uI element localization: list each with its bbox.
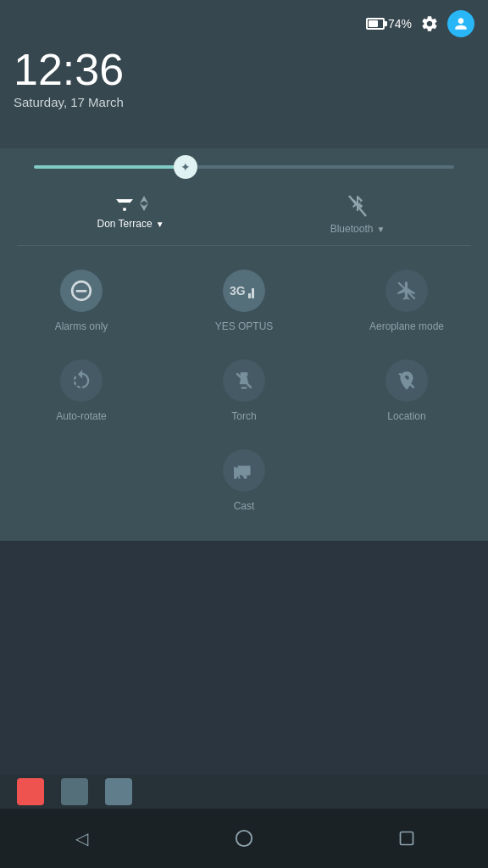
bluetooth-toggle[interactable]: Bluetooth ▼ [244,187,471,246]
time-display: 12:36 [14,47,474,92]
location-label: Location [387,410,425,422]
wifi-label: Don Terrace ▼ [97,218,164,230]
auto-rotate-label: Auto-rotate [56,410,106,422]
recents-icon [398,830,415,847]
alarms-only-tile[interactable]: Alarms only [0,254,163,344]
svg-point-16 [236,831,252,846]
app-preview [0,775,488,809]
bluetooth-dropdown-arrow: ▼ [376,225,385,234]
svg-marker-4 [140,196,148,203]
battery-percentage: 74% [388,17,412,31]
aeroplane-mode-tile[interactable]: Aeroplane mode [325,254,488,344]
torch-icon [223,359,265,402]
cast-tile[interactable]: Cast [216,434,272,524]
alarms-only-icon [60,270,103,312]
location-tile[interactable]: Location [325,344,488,434]
svg-rect-11 [252,288,254,298]
brightness-sun-icon: ✦ [180,160,191,174]
settings-icon[interactable] [420,14,439,33]
home-button[interactable] [219,817,269,860]
svg-rect-12 [255,284,258,298]
location-icon [385,359,428,402]
app-icon-2 [61,778,88,805]
brightness-track-fill [34,165,186,169]
bluetooth-icon [347,194,368,218]
status-top-row: 74% [14,10,474,37]
battery-info: 74% [366,17,412,31]
app-icon-1 [17,778,44,805]
back-icon: ◁ [75,828,88,849]
cast-label: Cast [234,500,255,512]
wifi-signal-indicator [113,194,148,213]
brightness-row: ✦ [0,148,488,182]
navigation-bar: ◁ [0,809,488,868]
yes-optus-icon: 3G [223,270,265,312]
brightness-slider[interactable]: ✦ [34,165,454,169]
date-display: Saturday, 17 March [14,95,474,109]
quick-settings-panel: ✦ Don Terrace ▼ [0,148,488,541]
yes-optus-tile[interactable]: 3G YES OPTUS [163,254,325,344]
svg-marker-5 [140,203,148,211]
brightness-thumb: ✦ [174,155,197,179]
torch-label: Torch [231,410,256,422]
torch-tile[interactable]: Torch [163,344,325,434]
svg-point-3 [123,208,126,211]
svg-rect-8 [76,290,87,292]
app-icon-3 [105,778,132,805]
recents-button[interactable] [381,817,432,860]
cast-icon [223,449,265,492]
home-icon [235,829,253,848]
back-button[interactable]: ◁ [56,817,107,860]
aeroplane-mode-label: Aeroplane mode [369,320,444,332]
svg-rect-17 [401,832,413,845]
bluetooth-label: Bluetooth ▼ [330,223,385,235]
user-avatar[interactable] [447,10,474,37]
wifi-toggle[interactable]: Don Terrace ▼ [17,187,244,246]
battery-icon [366,18,385,30]
alarms-only-label: Alarms only [55,320,108,332]
cast-row: Cast [0,434,488,532]
auto-rotate-icon [60,359,103,402]
svg-rect-10 [248,293,251,298]
toggle-row: Don Terrace ▼ Bluetooth ▼ [0,182,488,246]
aeroplane-mode-icon [385,270,428,312]
svg-text:3G: 3G [230,284,246,298]
tiles-grid: Alarms only 3G YES OPTUS [0,246,488,434]
auto-rotate-tile[interactable]: Auto-rotate [0,344,163,434]
wifi-dropdown-arrow: ▼ [156,220,164,229]
status-bar: 74% 12:36 Saturday, 17 March [0,0,488,148]
yes-optus-label: YES OPTUS [215,320,274,332]
